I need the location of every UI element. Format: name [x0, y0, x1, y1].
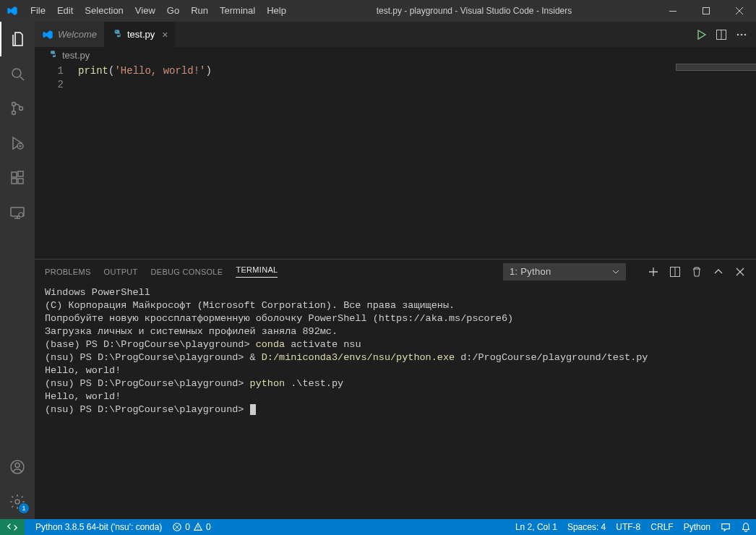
python-file-icon [48, 50, 58, 60]
window-title: test.py - playground - Visual Studio Cod… [292, 6, 656, 16]
status-encoding[interactable]: UTF-8 [611, 519, 645, 535]
svg-point-14 [15, 463, 20, 468]
kill-terminal-icon[interactable] [691, 266, 703, 278]
panel-tab-debug[interactable]: DEBUG CONSOLE [151, 268, 223, 276]
run-icon[interactable] [695, 29, 707, 40]
status-bell-icon[interactable] [736, 519, 756, 535]
menu-terminal[interactable]: Terminal [214, 0, 261, 22]
code-editor[interactable]: 1 2 print('Hello, world!') [35, 63, 756, 259]
tab-label: test.py [127, 29, 155, 40]
svg-point-23 [197, 529, 198, 530]
panel-tab-terminal[interactable]: TERMINAL [236, 265, 278, 278]
settings-gear-icon[interactable]: 1 [0, 484, 35, 519]
more-icon[interactable] [736, 29, 747, 40]
svg-rect-10 [18, 171, 23, 176]
panel-tab-problems[interactable]: PROBLEMS [45, 268, 91, 276]
terminal-selector[interactable]: 1: Python [503, 263, 626, 281]
status-eol[interactable]: CRLF [645, 519, 678, 535]
svg-point-4 [12, 111, 16, 115]
menu-run[interactable]: Run [185, 0, 214, 22]
extensions-icon[interactable] [0, 160, 35, 195]
menu-help[interactable]: Help [261, 0, 292, 22]
status-cursor[interactable]: Ln 2, Col 1 [510, 519, 562, 535]
status-language[interactable]: Python [679, 519, 716, 535]
svg-point-16 [116, 30, 116, 31]
menu-selection[interactable]: Selection [79, 0, 129, 22]
remote-indicator[interactable] [0, 519, 25, 535]
editor-tabs: Welcome test.py × [35, 22, 756, 47]
svg-rect-8 [12, 179, 17, 184]
python-file-icon [111, 29, 123, 40]
panel-tabs: PROBLEMS OUTPUT DEBUG CONSOLE TERMINAL 1… [35, 260, 756, 283]
menu-view[interactable]: View [129, 0, 161, 22]
menu-file[interactable]: File [25, 0, 51, 22]
svg-rect-0 [669, 11, 676, 12]
statusbar: Python 3.8.5 64-bit ('nsu': conda) 0 0 L… [0, 519, 756, 535]
activity-bar: 1 [0, 22, 35, 519]
svg-rect-9 [18, 179, 23, 184]
svg-point-20 [744, 33, 747, 35]
terminal-cursor [250, 404, 256, 415]
svg-point-15 [15, 500, 20, 504]
maximize-panel-icon[interactable] [713, 266, 724, 278]
editor-area: Welcome test.py × test.py 1 2 [35, 22, 756, 519]
explorer-icon[interactable] [0, 22, 35, 56]
source-control-icon[interactable] [0, 91, 35, 126]
new-terminal-icon[interactable] [648, 266, 659, 278]
titlebar: File Edit Selection View Go Run Terminal… [0, 0, 756, 22]
chevron-down-icon [612, 268, 619, 275]
panel: PROBLEMS OUTPUT DEBUG CONSOLE TERMINAL 1… [35, 259, 756, 519]
minimap[interactable] [676, 63, 756, 259]
vscode-icon [42, 29, 53, 40]
app-logo [0, 5, 25, 17]
status-feedback-icon[interactable] [716, 519, 736, 535]
remote-explorer-icon[interactable] [0, 195, 35, 230]
svg-rect-7 [12, 172, 17, 177]
editor-actions [687, 22, 756, 47]
main: 1 Welcome test.py × test [0, 22, 756, 519]
search-icon[interactable] [0, 56, 35, 91]
close-panel-icon[interactable] [734, 266, 746, 278]
status-problems[interactable]: 0 0 [167, 519, 215, 535]
svg-point-18 [737, 33, 739, 35]
breadcrumb[interactable]: test.py [35, 47, 756, 63]
tab-label: Welcome [58, 29, 97, 40]
breadcrumb-file: test.py [62, 50, 90, 61]
line-gutter: 1 2 [35, 63, 78, 259]
panel-actions [648, 266, 746, 278]
terminal[interactable]: Windows PowerShell (C) Корпорация Майкро… [35, 283, 756, 519]
menu-edit[interactable]: Edit [51, 0, 79, 22]
window-controls [656, 0, 756, 22]
settings-badge: 1 [19, 503, 29, 513]
tab-welcome[interactable]: Welcome [35, 22, 104, 47]
maximize-button[interactable] [690, 0, 723, 22]
menu-bar: File Edit Selection View Go Run Terminal… [25, 0, 292, 22]
svg-rect-1 [703, 8, 710, 14]
accounts-icon[interactable] [0, 450, 35, 484]
run-debug-icon[interactable] [0, 126, 35, 160]
svg-point-3 [12, 103, 16, 106]
close-icon[interactable]: × [162, 29, 168, 40]
svg-point-19 [741, 33, 743, 35]
status-indent[interactable]: Spaces: 4 [562, 519, 611, 535]
status-python[interactable]: Python 3.8.5 64-bit ('nsu': conda) [30, 519, 167, 535]
tab-test-py[interactable]: test.py × [104, 22, 175, 47]
menu-go[interactable]: Go [161, 0, 185, 22]
minimize-button[interactable] [656, 0, 690, 22]
svg-point-12 [19, 213, 23, 217]
split-editor-icon[interactable] [716, 29, 727, 40]
svg-point-5 [20, 107, 23, 111]
svg-point-2 [12, 69, 21, 77]
split-terminal-icon[interactable] [669, 266, 681, 278]
code-content[interactable]: print('Hello, world!') [78, 63, 756, 259]
close-button[interactable] [723, 0, 756, 22]
panel-tab-output[interactable]: OUTPUT [104, 268, 138, 276]
